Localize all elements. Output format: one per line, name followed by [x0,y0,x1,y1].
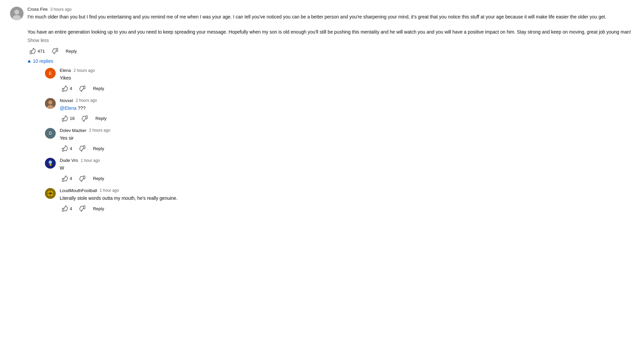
reply-loudmouth-author: LoudMouthFootball [60,188,97,193]
reply-elena: E Elena 2 hours ago Yikes [45,68,634,93]
reply-novxel-like-count: 18 [70,116,74,121]
reply-dolev-actions: 4 Reply [60,144,634,153]
reply-loudmouth-dislike-button[interactable] [77,204,88,213]
reply-elena-author: Elena [60,68,71,73]
svg-text:★: ★ [49,163,52,167]
reply-novxel-body: Novxel 2 hours ago @Elena ??? [60,98,634,123]
reply-dudevro-like-count: 4 [70,176,72,181]
reply-loudmouth-time: 1 hour ago [100,188,119,193]
reply-novxel-like-button[interactable]: 18 [60,114,76,123]
thumbs-up-icon [62,145,68,152]
show-less-button[interactable]: Show less [28,38,634,43]
reply-dudevro-reply-button[interactable]: Reply [90,175,107,182]
reply-elena-header: Elena 2 hours ago [60,68,634,73]
reply-dolev-header: Dolev Mazker 2 hours ago [60,128,634,133]
reply-novxel-time: 2 hours ago [76,98,97,103]
reply-loudmouth-reply-button[interactable]: Reply [90,205,107,213]
comment-section: Cross Fire 3 hours ago I'm much older th… [10,7,634,218]
triangle-up-icon [28,60,31,62]
main-like-count: 471 [38,49,45,54]
main-comment-time: 3 hours ago [50,7,71,12]
svg-point-4 [48,100,52,104]
reply-dolev-dislike-button[interactable] [77,144,88,153]
reply-dudevro-time: 1 hour ago [80,158,100,163]
reply-loudmouth-like-count: 4 [70,206,72,211]
reply-dudevro-author: Dude Vro [60,158,78,163]
thumbs-up-icon [62,175,68,182]
reply-dudevro-like-button[interactable]: 4 [60,174,74,183]
reply-elena-reply-button[interactable]: Reply [90,85,107,92]
main-like-button[interactable]: 471 [28,46,47,56]
reply-loudmouth-actions: 4 Reply [60,204,634,213]
reply-elena-body: Elena 2 hours ago Yikes 4 [60,68,634,93]
avatar-loudmouth [45,188,56,199]
avatar-dolev: D [45,128,56,139]
reply-elena-dislike-button[interactable] [77,84,88,93]
main-comment-author: Cross Fire [28,7,48,12]
thumbs-down-icon [81,115,88,122]
reply-dolev-text: Yes sir [60,134,634,142]
main-reply-button[interactable]: Reply [63,47,79,55]
thumbs-up-icon [30,48,36,54]
reply-dolev: D Dolev Mazker 2 hours ago Yes sir [45,128,634,153]
reply-dolev-reply-button[interactable]: Reply [90,145,107,152]
reply-dolev-like-count: 4 [70,146,72,151]
avatar-novxel [45,98,56,109]
reply-loudmouth: LoudMouthFootball 1 hour ago Literally s… [45,188,634,213]
reply-dudevro-actions: 4 Reply [60,174,634,183]
reply-loudmouth-body: LoudMouthFootball 1 hour ago Literally s… [60,188,634,213]
reply-loudmouth-text: Literally stole words outta my mouth, he… [60,194,634,202]
reply-dudevro: ★ Dude Vro 1 hour ago W [45,158,634,183]
mention-elena[interactable]: @Elena [60,105,76,111]
reply-dolev-body: Dolev Mazker 2 hours ago Yes sir 4 [60,128,634,153]
reply-dudevro-header: Dude Vro 1 hour ago [60,158,634,163]
main-comment-body: Cross Fire 3 hours ago I'm much older th… [28,7,634,218]
main-comment-text: I'm much older than you but I find you e… [28,13,634,36]
thumbs-down-icon [79,85,86,92]
thumbs-up-icon [62,115,68,122]
reply-novxel-author: Novxel [60,98,73,103]
reply-elena-time: 2 hours ago [73,68,95,73]
reply-novxel-header: Novxel 2 hours ago [60,98,634,103]
main-comment-header: Cross Fire 3 hours ago [28,7,634,12]
thumbs-down-icon [52,48,58,54]
reply-novxel-actions: 18 Reply [60,114,634,123]
reply-dudevro-text: W [60,164,634,172]
thumbs-down-icon [79,205,86,212]
reply-dudevro-body: Dude Vro 1 hour ago W 4 [60,158,634,183]
reply-dolev-like-button[interactable]: 4 [60,144,74,153]
avatar [10,7,23,20]
thumbs-up-icon [62,85,68,92]
reply-elena-like-count: 4 [70,86,72,91]
reply-elena-actions: 4 Reply [60,84,634,93]
reply-novxel-text: @Elena ??? [60,104,634,112]
reply-elena-text: Yikes [60,74,634,82]
thumbs-down-icon [79,145,86,152]
reply-novxel: Novxel 2 hours ago @Elena ??? [45,98,634,123]
svg-point-1 [14,10,19,14]
reply-novxel-dislike-button[interactable] [79,114,90,123]
reply-dolev-time: 2 hours ago [89,128,110,133]
main-comment: Cross Fire 3 hours ago I'm much older th… [10,7,634,218]
reply-dolev-author: Dolev Mazker [60,128,86,133]
avatar-dudevro: ★ [45,158,56,169]
reply-loudmouth-like-button[interactable]: 4 [60,204,74,213]
reply-novxel-reply-button[interactable]: Reply [93,115,109,122]
replies-section: E Elena 2 hours ago Yikes [45,68,634,213]
main-dislike-button[interactable] [50,46,60,56]
replies-toggle[interactable]: 10 replies [28,58,634,64]
thumbs-up-icon [62,205,68,212]
reply-loudmouth-header: LoudMouthFootball 1 hour ago [60,188,634,193]
reply-elena-like-button[interactable]: 4 [60,84,74,93]
replies-count-label: 10 replies [33,58,53,64]
thumbs-down-icon [79,175,86,182]
main-comment-actions: 471 Reply [28,46,634,56]
avatar-elena: E [45,68,56,79]
reply-dudevro-dislike-button[interactable] [77,174,88,183]
